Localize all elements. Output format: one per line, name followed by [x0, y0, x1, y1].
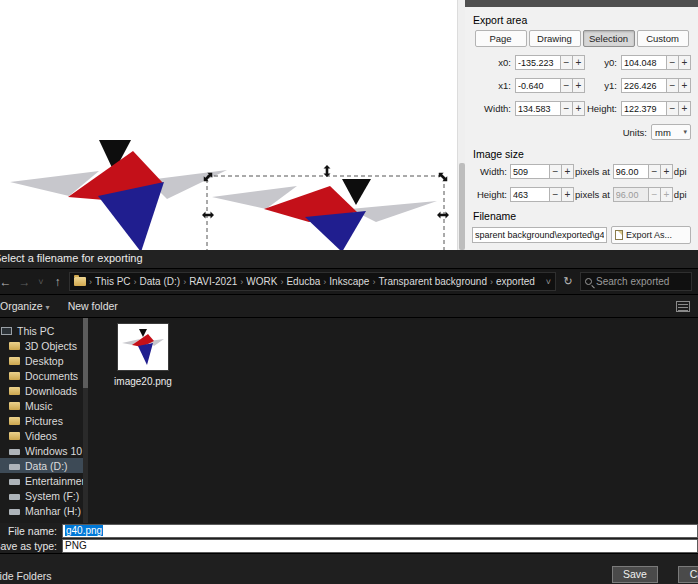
sidebar-item-documents[interactable]: Documents	[0, 368, 83, 383]
scale-handle-right-icon[interactable]	[437, 212, 449, 219]
width-dpi-plus-icon[interactable]: +	[661, 164, 673, 179]
image-height-spinbox: − +	[510, 187, 574, 202]
hide-folders-button[interactable]: Hide Folders	[0, 570, 52, 582]
up-icon[interactable]: ↑	[50, 275, 65, 289]
crumb-sep-icon: ›	[240, 277, 243, 287]
organize-chevron-icon: ▾	[46, 303, 50, 312]
x0-plus-icon[interactable]: +	[573, 55, 585, 70]
export-area-heading: Export area	[473, 14, 691, 26]
breadcrumb-educba[interactable]: Educba	[286, 276, 320, 287]
scale-handle-top-right-icon[interactable]	[436, 170, 449, 183]
x1-plus-icon[interactable]: +	[573, 78, 585, 93]
y0-input[interactable]	[621, 55, 667, 70]
refresh-icon[interactable]: ↻	[560, 275, 576, 288]
folder-icon	[9, 432, 20, 440]
history-chevron-icon[interactable]: ˅	[36, 277, 46, 287]
image-height-minus-icon[interactable]: −	[550, 187, 562, 202]
sidebar-item-videos[interactable]: Videos	[0, 428, 83, 443]
crumb-sep-icon: ›	[323, 277, 326, 287]
dialog-title: Select a filename for exporting	[0, 250, 698, 268]
units-dropdown[interactable]: mm ▾	[651, 124, 691, 140]
sidebar-label: Manhar (H:)	[25, 505, 81, 517]
canvas-artwork	[0, 0, 457, 250]
folder-icon	[9, 372, 20, 380]
scale-handle-left-icon[interactable]	[202, 212, 214, 219]
sidebar-item-system-f[interactable]: System (F:)	[0, 488, 83, 503]
sidebar-item-downloads[interactable]: Downloads	[0, 383, 83, 398]
area-width-input[interactable]	[515, 101, 561, 116]
export-filename-input[interactable]	[472, 227, 607, 243]
image-width-plus-icon[interactable]: +	[562, 164, 574, 179]
breadcrumb-data-d[interactable]: Data (D:)	[140, 276, 181, 287]
sidebar-item-desktop[interactable]: Desktop	[0, 353, 83, 368]
export-area-drawing-button[interactable]: Drawing	[529, 30, 581, 47]
y1-input[interactable]	[621, 78, 667, 93]
export-area-selection-button[interactable]: Selection	[583, 30, 635, 47]
search-box[interactable]: Search exported	[580, 272, 692, 291]
organize-button[interactable]: Organize▾	[0, 300, 50, 312]
sidebar-item-music[interactable]: Music	[0, 398, 83, 413]
image-width-minus-icon[interactable]: −	[550, 164, 562, 179]
breadcrumb-transparent-background[interactable]: Transparent background	[378, 276, 487, 287]
canvas[interactable]	[0, 0, 457, 250]
sidebar-item-pictures[interactable]: Pictures	[0, 413, 83, 428]
cancel-button[interactable]: Cancel	[678, 566, 698, 583]
sidebar-item-windows-10-c[interactable]: Windows 10 (C:)	[0, 443, 83, 458]
back-icon[interactable]: ←	[0, 275, 13, 289]
breadcrumb-this-pc[interactable]: This PC	[95, 276, 131, 287]
image-height-input[interactable]	[510, 187, 550, 202]
area-width-minus-icon[interactable]: −	[561, 101, 573, 116]
y0-plus-icon[interactable]: +	[679, 55, 691, 70]
export-as-button[interactable]: Export As...	[611, 226, 691, 244]
sidebar-label: Music	[25, 400, 52, 412]
forward-icon[interactable]: →	[17, 275, 32, 289]
file-name-input[interactable]: g40.png	[62, 524, 698, 538]
x0-input[interactable]	[515, 55, 561, 70]
area-height-spinbox: − +	[621, 101, 691, 116]
file-item-image20[interactable]: image20.png	[110, 324, 176, 387]
area-height-minus-icon[interactable]: −	[667, 101, 679, 116]
x1-input[interactable]	[515, 78, 561, 93]
right-dancer-black-shape[interactable]	[342, 179, 371, 205]
height-dpi-input	[613, 187, 649, 202]
view-options-icon[interactable]	[676, 301, 690, 312]
sidebar-item-this-pc[interactable]: ˅ This PC	[0, 323, 83, 338]
right-dancer-blue-shape[interactable]	[305, 211, 366, 250]
breadcrumb-inkscape[interactable]: Inkscape	[329, 276, 369, 287]
save-as-type-dropdown[interactable]: PNG	[62, 539, 698, 553]
sidebar-item-data-d[interactable]: Data (D:)	[0, 458, 83, 473]
navigation-pane: ˅ This PC 3D Objects Desktop Documents	[0, 318, 83, 523]
width-dpi-input[interactable]	[613, 164, 649, 179]
x1-minus-icon[interactable]: −	[561, 78, 573, 93]
sidebar-item-3d-objects[interactable]: 3D Objects	[0, 338, 83, 353]
units-label: Units:	[623, 127, 651, 138]
breadcrumb-ravi-2021[interactable]: RAVI-2021	[189, 276, 237, 287]
y1-minus-icon[interactable]: −	[667, 78, 679, 93]
scale-handle-top-center-icon[interactable]	[324, 165, 331, 177]
image-height-plus-icon[interactable]: +	[562, 187, 574, 202]
save-button[interactable]: Save	[612, 566, 658, 583]
export-area-page-button[interactable]: Page	[475, 30, 527, 47]
area-height-label: Height:	[585, 103, 621, 114]
sidebar-item-entertainment-e[interactable]: Entertainment (E:)	[0, 473, 83, 488]
x0-minus-icon[interactable]: −	[561, 55, 573, 70]
y1-plus-icon[interactable]: +	[679, 78, 691, 93]
x0-label: x0:	[479, 57, 515, 68]
breadcrumb-exported[interactable]: exported	[496, 276, 535, 287]
breadcrumb-work[interactable]: WORK	[246, 276, 277, 287]
area-width-plus-icon[interactable]: +	[573, 101, 585, 116]
y0-minus-icon[interactable]: −	[667, 55, 679, 70]
export-area-custom-button[interactable]: Custom	[637, 30, 689, 47]
new-folder-button[interactable]: New folder	[68, 300, 118, 312]
canvas-vertical-scrollbar[interactable]	[457, 0, 465, 250]
folder-icon	[9, 402, 20, 410]
sidebar-item-manhar-h[interactable]: Manhar (H:)	[0, 503, 83, 518]
breadcrumb[interactable]: › This PC › Data (D:) › RAVI-2021 › WORK…	[69, 272, 556, 291]
area-height-input[interactable]	[621, 101, 667, 116]
drive-icon	[9, 494, 20, 500]
image-width-input[interactable]	[510, 164, 550, 179]
width-dpi-minus-icon[interactable]: −	[649, 164, 661, 179]
area-height-plus-icon[interactable]: +	[679, 101, 691, 116]
address-dropdown-icon[interactable]: ˅	[546, 277, 551, 287]
file-list[interactable]: image20.png	[88, 318, 698, 523]
